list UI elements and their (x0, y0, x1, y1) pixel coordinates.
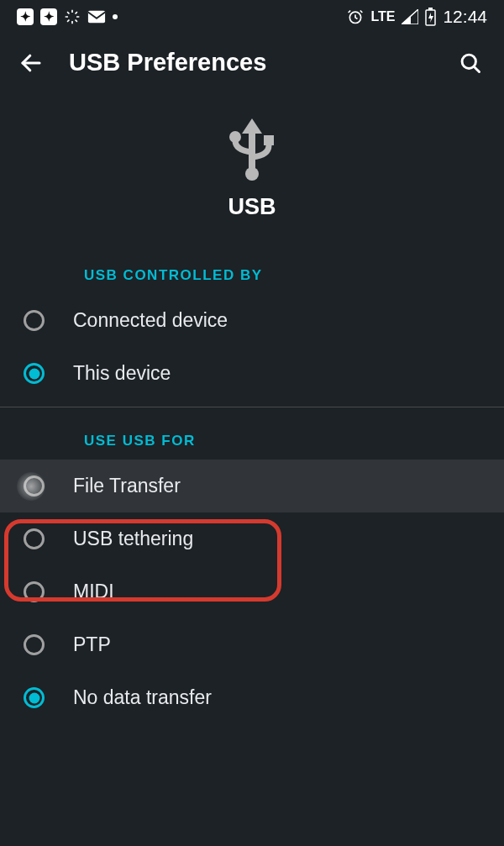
sync-icon (64, 8, 81, 25)
radio-icon (24, 528, 45, 549)
option-label: MIDI (73, 581, 114, 603)
messenger-icon: ✦ (40, 8, 57, 25)
radio-midi[interactable]: MIDI (0, 565, 504, 618)
radio-usb-tethering[interactable]: USB tethering (0, 512, 504, 565)
svg-rect-0 (88, 11, 105, 24)
svg-rect-3 (428, 8, 433, 10)
option-label: This device (73, 362, 171, 385)
status-bar: ✦ ✦ LTE 12:44 (0, 0, 504, 34)
page-title: USB Preferences (69, 49, 433, 76)
option-label: Connected device (73, 309, 228, 332)
messenger-icon: ✦ (17, 8, 34, 25)
svg-point-9 (245, 167, 259, 181)
signal-icon (402, 9, 418, 24)
radio-icon (24, 310, 45, 331)
battery-icon (425, 8, 436, 26)
radio-icon (24, 687, 45, 708)
mail-icon (87, 9, 106, 24)
network-type-label: LTE (370, 9, 395, 24)
radio-icon (24, 634, 45, 655)
status-right: LTE 12:44 (347, 7, 487, 27)
radio-ptp[interactable]: PTP (0, 618, 504, 671)
option-label: No data transfer (73, 686, 212, 709)
hero-label: USB (228, 194, 276, 220)
status-left: ✦ ✦ (17, 8, 118, 25)
radio-this-device[interactable]: This device (0, 347, 504, 400)
section-header-controlled-by: USB CONTROLLED BY (0, 242, 504, 294)
app-bar: USB Preferences (0, 34, 504, 92)
clock: 12:44 (443, 7, 487, 27)
option-label: PTP (73, 633, 111, 656)
option-label: File Transfer (73, 475, 181, 497)
radio-no-data-transfer[interactable]: No data transfer (0, 671, 504, 724)
radio-connected-device[interactable]: Connected device (0, 294, 504, 347)
usb-icon (227, 118, 277, 182)
more-notifications-icon (113, 14, 118, 19)
hero: USB (0, 92, 504, 242)
radio-file-transfer[interactable]: File Transfer (0, 460, 504, 512)
radio-icon (24, 363, 45, 384)
svg-line-6 (474, 66, 479, 71)
alarm-icon (347, 8, 364, 25)
back-arrow-icon[interactable] (18, 50, 44, 76)
svg-point-10 (229, 131, 241, 143)
option-label: USB tethering (73, 528, 193, 550)
search-icon[interactable] (459, 51, 482, 75)
radio-icon (24, 581, 45, 602)
svg-rect-11 (264, 135, 274, 145)
radio-icon (24, 476, 45, 497)
section-header-use-for: USE USB FOR (0, 407, 504, 460)
